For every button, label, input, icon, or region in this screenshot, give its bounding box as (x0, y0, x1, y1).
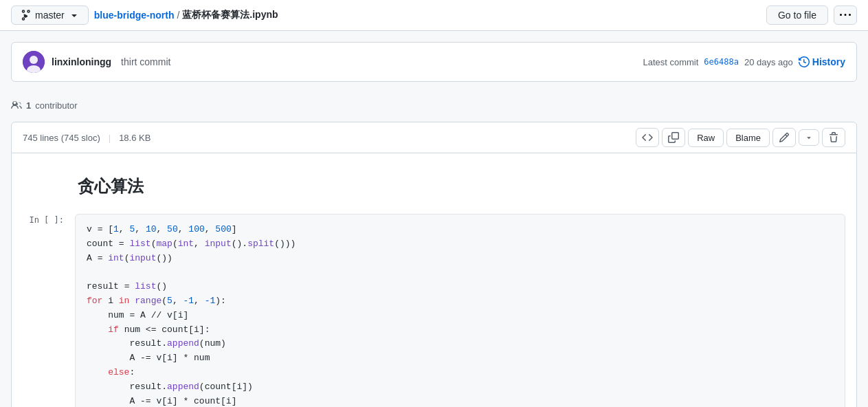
contributors-icon (11, 100, 22, 111)
chevron-down-small-icon (805, 133, 813, 142)
code-area: 贪心算法 In [ ]: v = [1, 5, 10, 50, 100, 500… (11, 153, 857, 407)
breadcrumb-separator: / (177, 10, 179, 21)
ellipsis-icon (840, 10, 851, 21)
contributor-count: 1 (26, 100, 31, 111)
history-icon (799, 56, 810, 67)
file-meta-divider: | (109, 133, 111, 143)
git-branch-icon (20, 10, 31, 21)
go-to-file-button[interactable]: Go to file (766, 6, 828, 25)
branch-name: master (35, 10, 65, 21)
latest-commit-label: Latest commit (643, 57, 698, 67)
contributor-row: 1 contributor (0, 93, 868, 111)
pencil-icon (779, 132, 790, 143)
copy-button[interactable] (662, 128, 685, 147)
commit-time: 20 days ago (744, 57, 793, 67)
notebook-title: 贪心算法 (23, 164, 845, 214)
commit-row: linxinloningg thirt commit Latest commit… (23, 51, 845, 73)
filename: 蓝桥杯备赛算法.ipynb (182, 9, 278, 21)
file-actions: Raw Blame (636, 128, 845, 147)
edit-button[interactable] (772, 128, 796, 147)
code-block: v = [1, 5, 10, 50, 100, 500] count = lis… (75, 214, 845, 407)
contributor-label: contributor (35, 100, 77, 111)
copy-icon (668, 132, 679, 143)
history-link[interactable]: History (799, 56, 845, 67)
chevron-down-icon (69, 10, 80, 21)
commit-left: linxinloningg thirt commit (23, 51, 170, 73)
top-bar-left: master blue-bridge-north / 蓝桥杯备赛算法.ipynb (11, 6, 278, 25)
more-options-button[interactable] (834, 6, 857, 25)
file-meta: 745 lines (745 sloc) | 18.6 KB (23, 133, 151, 143)
raw-button[interactable]: Raw (688, 129, 724, 147)
top-bar: master blue-bridge-north / 蓝桥杯备赛算法.ipynb… (0, 0, 868, 31)
more-edit-options-button[interactable] (799, 129, 819, 146)
commit-author[interactable]: linxinloningg (52, 56, 111, 67)
file-size: 18.6 KB (119, 133, 151, 143)
commit-hash[interactable]: 6e6488a (704, 57, 739, 67)
history-label: History (812, 56, 845, 67)
trash-icon (828, 132, 839, 143)
code-cell: In [ ]: v = [1, 5, 10, 50, 100, 500] cou… (23, 214, 845, 407)
avatar (23, 51, 45, 73)
delete-button[interactable] (822, 128, 845, 147)
commit-card: linxinloningg thirt commit Latest commit… (11, 42, 857, 82)
code-view-button[interactable] (636, 128, 659, 147)
file-info-bar: 745 lines (745 sloc) | 18.6 KB Raw Blame (11, 122, 857, 153)
file-lines: 745 lines (745 sloc) (23, 133, 100, 143)
commit-message: thirt commit (121, 56, 170, 67)
repo-link[interactable]: blue-bridge-north (94, 10, 175, 21)
top-bar-right: Go to file (766, 6, 857, 25)
cell-label: In [ ]: (23, 214, 64, 225)
branch-selector[interactable]: master (11, 6, 89, 25)
breadcrumb: blue-bridge-north / 蓝桥杯备赛算法.ipynb (94, 9, 278, 21)
commit-right: Latest commit 6e6488a 20 days ago Histor… (643, 56, 845, 67)
blame-button[interactable]: Blame (726, 129, 770, 147)
code-icon (642, 132, 653, 143)
svg-point-1 (30, 56, 38, 64)
